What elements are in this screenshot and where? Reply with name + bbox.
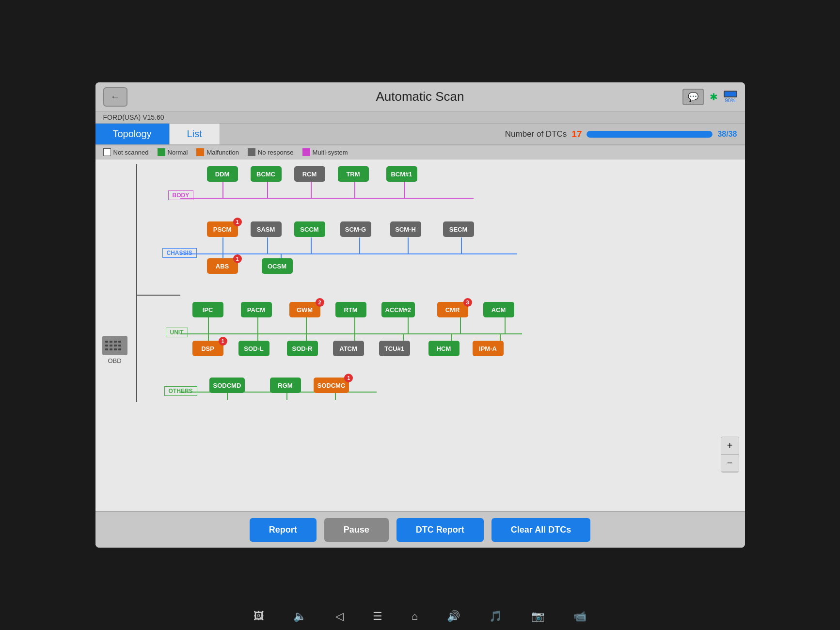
module-CMR-badge: 3	[463, 298, 472, 307]
tab-list[interactable]: List	[170, 124, 220, 144]
module-SCCM[interactable]: SCCM	[294, 221, 325, 237]
legend-malfunction-icon	[196, 148, 204, 156]
module-BCM1[interactable]: BCM#1	[386, 166, 417, 182]
module-SCMG[interactable]: SCM-G	[340, 221, 371, 237]
main-screen: ← Automatic Scan 💬 ✱ 90% FORD(USA) V15.6…	[95, 82, 745, 548]
module-SODCMC[interactable]: SODCMC 1	[314, 378, 349, 393]
module-OCSM[interactable]: OCSM	[262, 258, 293, 274]
legend-no-response-icon	[248, 148, 255, 156]
module-TCU1[interactable]: TCU#1	[379, 341, 410, 356]
legend-malfunction-label: Malfunction	[206, 149, 238, 156]
android-nav-bar: 🖼 🔈 ◁ ☰ ⌂ 🔊 🎵 📷 📹	[0, 603, 840, 630]
module-RTM[interactable]: RTM	[335, 302, 366, 317]
zoom-out-button[interactable]: −	[721, 455, 739, 472]
legend-normal-label: Normal	[168, 149, 188, 156]
battery-indicator: 90%	[724, 91, 737, 103]
module-TRM[interactable]: TRM	[338, 166, 369, 182]
module-DSP[interactable]: DSP 1	[192, 341, 223, 356]
back-button[interactable]: ←	[103, 87, 127, 107]
others-bus-label: OTHERS	[164, 386, 197, 396]
nav-menu-icon[interactable]: ☰	[373, 610, 382, 623]
module-BCMC[interactable]: BCMC	[251, 166, 282, 182]
module-SODL[interactable]: SOD-L	[238, 341, 269, 356]
dtc-label: Number of DTCs	[505, 129, 567, 139]
body-bus-label: BODY	[168, 190, 194, 200]
module-IPC[interactable]: IPC	[192, 302, 223, 317]
obd-area: OBD	[95, 159, 134, 511]
module-SODCMD[interactable]: SODCMD	[209, 378, 245, 393]
legend-malfunction: Malfunction	[196, 148, 238, 156]
module-GWM[interactable]: GWM 2	[289, 302, 320, 317]
scan-progress-text: 38/38	[717, 130, 737, 139]
module-DDM[interactable]: DDM	[207, 166, 238, 182]
module-SASM[interactable]: SASM	[251, 221, 282, 237]
module-SECM[interactable]: SECM	[443, 221, 474, 237]
pause-button[interactable]: Pause	[324, 518, 389, 542]
dtc-info: Number of DTCs 17 38/38	[505, 129, 737, 140]
module-ACM[interactable]: ACM	[483, 302, 514, 317]
legend-no-response-label: No response	[258, 149, 294, 156]
page-title: Automatic Scan	[376, 89, 464, 104]
dtc-report-button[interactable]: DTC Report	[396, 518, 484, 542]
version-bar: FORD(USA) V15.60	[95, 111, 745, 124]
scan-progress-fill	[586, 131, 713, 138]
message-icon[interactable]: 💬	[682, 89, 704, 105]
module-ABS[interactable]: ABS 1	[207, 258, 238, 274]
nav-home-icon[interactable]: ⌂	[412, 610, 418, 623]
battery-percent: 90%	[725, 97, 735, 103]
legend-normal: Normal	[158, 148, 188, 156]
tab-topology[interactable]: Topology	[95, 124, 170, 144]
zoom-controls: + −	[721, 437, 739, 472]
module-DSP-badge: 1	[219, 337, 227, 346]
header: ← Automatic Scan 💬 ✱ 90%	[95, 82, 745, 111]
module-IPMA[interactable]: IPM-A	[473, 341, 504, 356]
nav-volume-down-icon[interactable]: 🔈	[293, 610, 306, 623]
bluetooth-icon: ✱	[710, 91, 718, 103]
module-PSCM-badge: 1	[233, 218, 242, 226]
module-RGM[interactable]: RGM	[270, 378, 301, 393]
unit-bus-label: UNIT	[166, 328, 188, 337]
legend-not-scanned-label: Not scanned	[113, 149, 149, 156]
nav-video-icon[interactable]: 📹	[573, 610, 586, 623]
nav-back-icon[interactable]: ◁	[335, 610, 344, 623]
nav-gallery-icon[interactable]: 🖼	[254, 610, 264, 623]
topology-canvas: BODY CHASSIS UNIT OTHERS DDM BCMC RCM TR…	[134, 159, 745, 511]
nav-camera-icon[interactable]: 📷	[531, 610, 544, 623]
main-content: OBD	[95, 159, 745, 511]
module-HCM[interactable]: HCM	[428, 341, 460, 356]
module-SCMH[interactable]: SCM-H	[390, 221, 421, 237]
chassis-bus-label: CHASSIS	[162, 248, 197, 258]
module-SODR[interactable]: SOD-R	[287, 341, 318, 356]
topology-svg	[134, 159, 745, 511]
nav-volume-up-icon[interactable]: 🔊	[447, 610, 460, 623]
legend-not-scanned: Not scanned	[103, 148, 149, 156]
zoom-in-button[interactable]: +	[721, 437, 739, 455]
legend: Not scanned Normal Malfunction No respon…	[95, 145, 745, 159]
module-PSCM[interactable]: PSCM 1	[207, 221, 238, 237]
module-ACCM2[interactable]: ACCM#2	[381, 302, 415, 317]
header-controls: 💬 ✱ 90%	[682, 89, 737, 105]
dtc-count: 17	[571, 129, 582, 140]
module-PACM[interactable]: PACM	[241, 302, 272, 317]
version-label: FORD(USA) V15.60	[103, 113, 164, 121]
module-ABS-badge: 1	[233, 254, 242, 263]
module-ATCM[interactable]: ATCM	[333, 341, 364, 356]
bottom-bar: Report Pause DTC Report Clear All DTCs	[95, 511, 745, 548]
legend-multi-system-icon	[302, 148, 310, 156]
battery-bar	[724, 91, 737, 97]
legend-normal-icon	[158, 148, 165, 156]
clear-all-dtcs-button[interactable]: Clear All DTCs	[491, 518, 590, 542]
report-button[interactable]: Report	[250, 518, 317, 542]
legend-not-scanned-icon	[103, 148, 111, 156]
obd-label: OBD	[108, 357, 121, 364]
legend-no-response: No response	[248, 148, 294, 156]
tab-bar: Topology List Number of DTCs 17 38/38	[95, 124, 745, 145]
scan-progress-bar	[586, 131, 713, 138]
module-GWM-badge: 2	[316, 298, 324, 307]
module-RCM[interactable]: RCM	[294, 166, 325, 182]
legend-multi-system: Multi-system	[302, 148, 348, 156]
obd-connector	[102, 336, 127, 355]
module-CMR[interactable]: CMR 3	[437, 302, 468, 317]
legend-multi-system-label: Multi-system	[313, 149, 348, 156]
nav-media-icon[interactable]: 🎵	[489, 610, 502, 623]
